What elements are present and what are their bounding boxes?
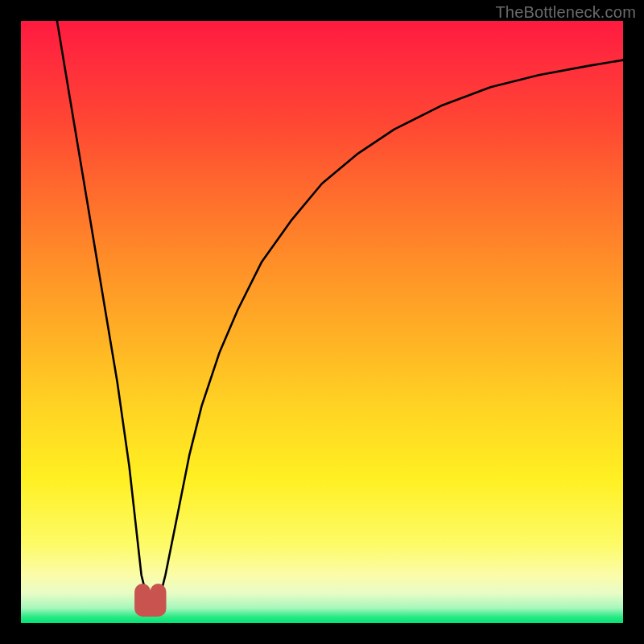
chart-frame: TheBottleneck.com [0, 0, 644, 644]
watermark-text: TheBottleneck.com [495, 3, 636, 22]
chart-plot-area [21, 21, 623, 623]
bottleneck-curve [21, 21, 623, 623]
